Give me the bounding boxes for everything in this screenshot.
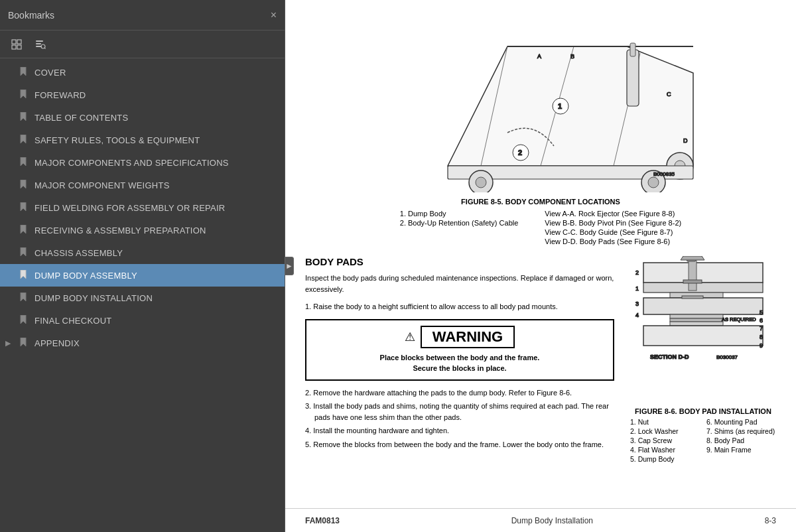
warning-body: Place blocks between the body and the fr… (314, 352, 605, 374)
sidebar-item-dump-install[interactable]: DUMP BODY INSTALLATION (0, 287, 285, 309)
sidebar-item-major-components[interactable]: MAJOR COMPONENTS AND SPECIFICATIONS (0, 151, 285, 174)
fig6-item-2: 2. Lock Washer (630, 427, 700, 435)
svg-text:D: D (683, 137, 688, 144)
sidebar-item-cover[interactable]: COVER (0, 61, 285, 84)
svg-marker-42 (681, 256, 704, 260)
document-panel: A B C D 1 2 B000835 FIGURE 8-5. BODY COM… (285, 0, 796, 532)
nav-item-label: DUMP BODY INSTALLATION (34, 293, 153, 303)
find-button[interactable] (31, 36, 50, 53)
nav-item-label: FINAL CHECKOUT (34, 316, 112, 326)
sidebar-item-safety[interactable]: SAFETY RULES, TOOLS & EQUIPMENT (0, 129, 285, 151)
step-2: 2. Remove the hardware attaching the pad… (305, 387, 614, 399)
body-pads-intro: Inspect the body pads during scheduled m… (305, 273, 614, 295)
legend-right: View A-A. Rock Ejector (See Figure 8-8) … (545, 210, 681, 245)
step-3: 3. Install the body pads and shims, noti… (305, 401, 614, 423)
svg-text:C: C (667, 91, 671, 98)
body-pads-title: BODY PADS (305, 256, 614, 267)
svg-text:1: 1 (558, 102, 562, 110)
warning-triangle-icon: ⚠ (405, 330, 415, 344)
fig6-item-9: 9. Main Frame (706, 446, 776, 454)
svg-text:2: 2 (518, 149, 522, 157)
svg-text:3: 3 (635, 300, 639, 307)
svg-text:AS REQUIRED: AS REQUIRED (722, 316, 756, 322)
sidebar-item-toc[interactable]: TABLE OF CONTENTS (0, 106, 285, 129)
panel-header: Bookmarks × (0, 0, 285, 31)
nav-item-label: CHASSIS ASSEMBLY (34, 248, 123, 258)
svg-rect-37 (670, 318, 723, 322)
svg-text:B000835: B000835 (653, 171, 675, 177)
svg-marker-9 (448, 46, 693, 166)
toolbar (0, 31, 285, 58)
fig6-item-4: 4. Flat Washer (630, 446, 700, 454)
svg-text:1: 1 (635, 285, 639, 292)
sidebar-item-final-checkout[interactable]: FINAL CHECKOUT (0, 309, 285, 332)
sidebar-item-chassis[interactable]: CHASSIS ASSEMBLY (0, 241, 285, 264)
svg-text:A: A (537, 53, 541, 60)
sidebar-item-field-welding[interactable]: FIELD WELDING FOR ASSEMBLY OR REPAIR (0, 196, 285, 219)
svg-rect-16 (627, 50, 639, 106)
figure-6-caption: FIGURE 8-6. BODY PAD INSTALLATION (630, 407, 776, 415)
figure-6-legend: 1. Nut 6. Mounting Pad 2. Lock Washer 7.… (630, 418, 776, 463)
sidebar-item-receiving[interactable]: RECEIVING & ASSEMBLY PREPARATION (0, 219, 285, 241)
bookmark-icon (20, 293, 29, 304)
body-pads-text: BODY PADS Inspect the body pads during s… (305, 256, 614, 463)
expand-collapse-button[interactable] (7, 36, 27, 53)
svg-rect-0 (12, 40, 16, 44)
nav-item-label: MAJOR COMPONENT WEIGHTS (34, 180, 170, 190)
svg-text:6: 6 (760, 317, 763, 324)
bookmarks-panel: Bookmarks × COVERFOREWARDTABLE OF CONTEN… (0, 0, 285, 532)
svg-text:B030037: B030037 (716, 354, 738, 360)
nav-item-label: TABLE OF CONTENTS (34, 113, 128, 123)
svg-rect-35 (643, 298, 763, 314)
svg-rect-5 (36, 43, 41, 44)
fig6-item-5: 5. Dump Body (630, 455, 700, 463)
bookmark-icon (20, 180, 29, 191)
nav-item-label: FOREWARD (34, 90, 86, 100)
warning-label: WARNING (421, 326, 515, 348)
svg-rect-36 (670, 314, 723, 318)
svg-text:8: 8 (760, 334, 763, 340)
nav-item-label: APPENDIX (34, 338, 80, 348)
warning-line1: Place blocks between the body and the fr… (380, 354, 540, 362)
svg-text:SECTION D-D: SECTION D-D (650, 354, 689, 360)
bookmark-icon (20, 112, 29, 123)
expand-arrow-icon: ▶ (5, 339, 15, 348)
warning-box: ⚠ WARNING Place blocks between the body … (305, 319, 614, 381)
svg-rect-1 (17, 40, 21, 44)
sidebar-item-foreward[interactable]: FOREWARD (0, 84, 285, 106)
figure-5-legend: 1. Dump Body 2. Body-Up Retention (Safet… (305, 210, 776, 245)
svg-rect-38 (670, 322, 723, 326)
doc-content: A B C D 1 2 B000835 FIGURE 8-5. BODY COM… (285, 0, 796, 508)
bookmark-icon (20, 157, 29, 168)
bookmark-icon (20, 202, 29, 214)
sidebar-item-dump-body[interactable]: DUMP BODY ASSEMBLY (0, 264, 285, 287)
legend-left: 1. Dump Body 2. Body-Up Retention (Safet… (400, 210, 519, 245)
bookmark-icon (20, 90, 29, 101)
bookmark-icon (20, 67, 29, 78)
svg-text:9: 9 (760, 342, 763, 349)
bookmark-icon (20, 225, 29, 236)
svg-rect-40 (689, 257, 696, 291)
body-pads-section: BODY PADS Inspect the body pads during s… (305, 256, 776, 463)
svg-text:4: 4 (635, 312, 639, 318)
fig6-item-8: 8. Body Pad (706, 436, 776, 444)
close-icon[interactable]: × (271, 10, 277, 21)
body-pad-installation-diagram: SECTION D-D B030037 2 1 5 6 7 3 4 8 9 (630, 256, 776, 463)
bookmark-icon (20, 247, 29, 259)
svg-rect-4 (36, 40, 43, 42)
legend-item-1: 1. Dump Body (400, 210, 519, 218)
svg-rect-3 (17, 45, 21, 49)
svg-rect-44 (682, 296, 703, 299)
panel-title: Bookmarks (8, 10, 54, 21)
sidebar-item-appendix[interactable]: ▶APPENDIX (0, 332, 285, 354)
collapse-arrow[interactable]: ► (285, 257, 294, 275)
svg-rect-33 (643, 283, 763, 293)
sidebar-item-major-weights[interactable]: MAJOR COMPONENT WEIGHTS (0, 174, 285, 196)
svg-text:7: 7 (760, 325, 763, 332)
svg-text:B: B (570, 53, 574, 60)
legend-view-cc: View C-C. Body Guide (See Figure 8-7) (545, 228, 681, 236)
legend-view-aa: View A-A. Rock Ejector (See Figure 8-8) (545, 210, 681, 218)
bookmark-icon (20, 315, 29, 326)
nav-list: COVERFOREWARDTABLE OF CONTENTSSAFETY RUL… (0, 58, 285, 532)
figure-5-caption: FIGURE 8-5. BODY COMPONENT LOCATIONS (305, 198, 776, 206)
